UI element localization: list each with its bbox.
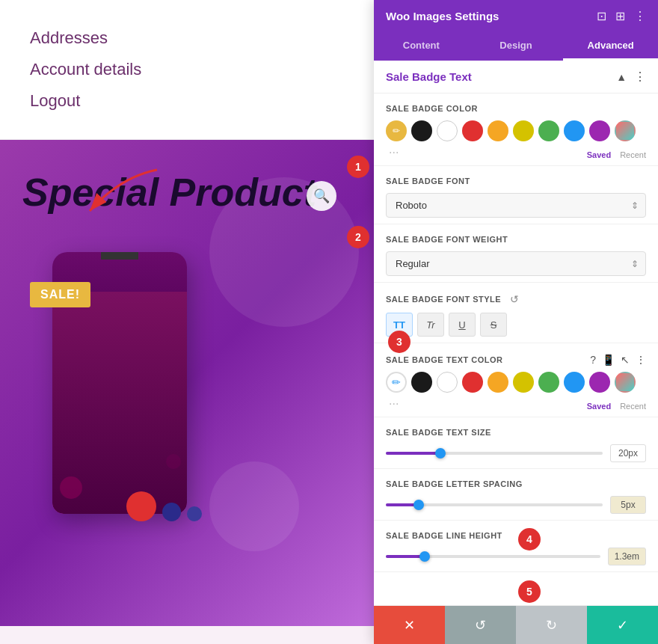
line-height-slider-thumb[interactable] xyxy=(419,551,430,562)
line-height-value: 1.3em xyxy=(608,548,646,565)
text-color-options-icon[interactable]: ⋮ xyxy=(636,354,646,366)
letter-spacing-value: 5px xyxy=(610,496,646,514)
cancel-button[interactable]: ✕ xyxy=(374,606,445,644)
swatch-purple-1[interactable] xyxy=(589,120,610,141)
swatch-blue-1[interactable] xyxy=(564,120,585,141)
tab-advanced[interactable]: Advanced xyxy=(563,32,658,61)
section-title-icons: ▲ ⋮ xyxy=(616,70,646,84)
text-size-slider-thumb[interactable] xyxy=(435,448,446,459)
undo-button[interactable]: ↺ xyxy=(445,606,516,644)
swatch-orange-1[interactable] xyxy=(488,120,508,141)
redo-button[interactable]: ↻ xyxy=(516,606,587,644)
strikethrough-button[interactable]: S xyxy=(480,313,507,337)
arrow-annotation xyxy=(75,162,164,222)
saved-btn-1[interactable]: Saved xyxy=(587,150,611,159)
sale-badge-color-label: Sale Badge Color xyxy=(386,104,646,113)
italic-button[interactable]: Tr xyxy=(417,313,444,337)
swatch-black-2[interactable] xyxy=(411,372,432,393)
swatch-gradient-2[interactable] xyxy=(615,372,636,393)
swatch-red-1[interactable] xyxy=(462,120,483,141)
section-title-bar: Sale Badge Text ▲ ⋮ xyxy=(374,61,658,93)
more-swatches-icon[interactable]: ··· xyxy=(386,146,402,159)
hero-title: Special Product xyxy=(22,170,316,215)
text-saved-recent-row: Saved Recent xyxy=(587,402,646,411)
bottle-cap xyxy=(101,252,138,260)
cursor-icon[interactable]: ↖ xyxy=(621,354,630,366)
panel-header-icons: ⊡ ⊞ ⋮ xyxy=(597,9,646,23)
more-options-icon[interactable]: ⋮ xyxy=(634,9,646,23)
swatch-yellow-2[interactable] xyxy=(513,372,534,393)
bg-decor-2 xyxy=(209,461,299,551)
mobile-icon[interactable]: 📱 xyxy=(602,354,615,366)
swatch-white-1[interactable] xyxy=(437,120,458,141)
saved-recent-row: Saved Recent xyxy=(587,150,646,159)
sale-badge: SALE! xyxy=(30,282,90,307)
font-style-reset-icon[interactable]: ↺ xyxy=(510,293,519,305)
swatch-black-1[interactable] xyxy=(411,120,432,141)
step-badge-1: 1 xyxy=(347,156,369,178)
fruits-area xyxy=(126,491,202,521)
panel-body: Sale Badge Color ✏ ··· Saved Recent xyxy=(374,93,658,605)
line-height-slider-track[interactable] xyxy=(386,555,600,558)
line-height-slider-row: 1.3em xyxy=(386,548,646,565)
underline-button[interactable]: U xyxy=(449,313,476,337)
hero-section: Special Product 🔍 SALE! xyxy=(0,140,374,626)
sale-badge-text-color-group: Sale Badge Text Color ? 📱 ↖ ⋮ ✏ xyxy=(374,343,658,417)
swatch-white-2[interactable] xyxy=(437,372,458,393)
tab-design[interactable]: Design xyxy=(469,32,564,61)
swatch-pencil-text[interactable]: ✏ xyxy=(386,372,407,393)
nav-logout[interactable]: Logout xyxy=(30,85,344,117)
text-size-slider-track[interactable] xyxy=(386,452,603,455)
recent-btn-2[interactable]: Recent xyxy=(620,402,646,411)
swatch-blue-2[interactable] xyxy=(564,372,585,393)
text-size-value: 20px xyxy=(610,444,646,462)
sale-badge-color-group: Sale Badge Color ✏ ··· Saved Recent xyxy=(374,93,658,166)
sale-badge-text-size-group: Sale Badge Text Size 20px xyxy=(374,417,658,469)
collapse-icon[interactable]: ▲ xyxy=(616,71,627,83)
blueberry-icon-1 xyxy=(162,503,181,521)
product-image-area: SALE! xyxy=(37,252,187,514)
recent-btn-1[interactable]: Recent xyxy=(620,150,646,159)
sale-badge-line-height-group: Sale Badge Line Height 1.3em xyxy=(374,521,658,572)
swatch-green-1[interactable] xyxy=(538,120,559,141)
panel-footer: ✕ ↺ ↻ ✓ xyxy=(374,605,658,644)
letter-spacing-slider-track[interactable] xyxy=(386,503,603,506)
tab-content[interactable]: Content xyxy=(374,32,469,61)
swatch-pencil-color[interactable]: ✏ xyxy=(386,120,407,141)
swatch-purple-2[interactable] xyxy=(589,372,610,393)
blueberry-icon-2 xyxy=(187,506,202,521)
swatch-green-2[interactable] xyxy=(538,372,559,393)
step-badge-4: 4 xyxy=(518,528,541,551)
swatch-red-2[interactable] xyxy=(462,372,483,393)
swatch-gradient-1[interactable] xyxy=(615,120,636,141)
search-icon[interactable]: 🔍 xyxy=(307,181,336,211)
font-style-buttons: TT Tr U S xyxy=(386,313,646,337)
panel-header: Woo Images Settings ⊡ ⊞ ⋮ xyxy=(374,0,658,32)
step-badge-3: 3 xyxy=(388,331,411,353)
swatch-orange-2[interactable] xyxy=(488,372,508,393)
sale-badge-letter-spacing-group: Sale Badge Letter Spacing 5px xyxy=(374,469,658,521)
minimize-icon[interactable]: ⊡ xyxy=(597,9,606,23)
letter-spacing-slider-thumb[interactable] xyxy=(413,500,424,510)
sale-badge-font-style-label: Sale Badge Font Style xyxy=(386,295,501,304)
step-badge-5: 5 xyxy=(518,580,541,603)
sale-badge-line-height-label: Sale Badge Line Height xyxy=(386,531,646,540)
nav-menu: Addresses Account details Logout xyxy=(0,0,374,140)
more-text-swatches-icon[interactable]: ··· xyxy=(386,397,402,411)
grid-icon[interactable]: ⊞ xyxy=(615,9,625,23)
nav-account-details[interactable]: Account details xyxy=(30,54,344,85)
right-panel: Woo Images Settings ⊡ ⊞ ⋮ Content Design… xyxy=(374,0,658,644)
font-select[interactable]: Roboto Arial Georgia xyxy=(386,193,646,218)
sale-badge-letter-spacing-label: Sale Badge Letter Spacing xyxy=(386,479,646,488)
nav-addresses[interactable]: Addresses xyxy=(30,22,344,54)
section-options-icon[interactable]: ⋮ xyxy=(634,70,646,84)
text-size-slider-fill xyxy=(386,452,440,455)
font-weight-select[interactable]: Regular Bold Light xyxy=(386,251,646,276)
font-select-wrapper: Roboto Arial Georgia ⇕ xyxy=(386,193,646,218)
saved-btn-2[interactable]: Saved xyxy=(587,402,611,411)
sale-badge-font-weight-group: Sale Badge Font Weight Regular Bold Ligh… xyxy=(374,224,658,283)
swatch-yellow-1[interactable] xyxy=(513,120,534,141)
confirm-button[interactable]: ✓ xyxy=(587,606,658,644)
strawberry-icon xyxy=(126,491,156,521)
help-icon[interactable]: ? xyxy=(590,354,596,366)
